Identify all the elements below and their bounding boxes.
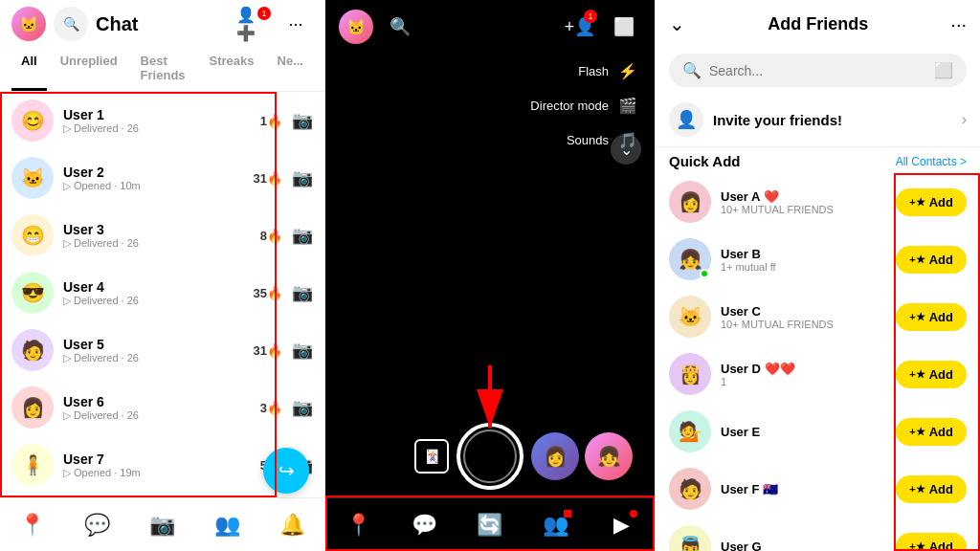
cam-nav-friends-icon[interactable]: 👥 [537,506,575,544]
cam-nav-play-icon[interactable]: ▶ [603,506,641,544]
add-friend-button[interactable]: Add [896,246,967,274]
search-input[interactable] [709,63,926,78]
chat-status: ▷ Delivered · 26 [63,295,244,307]
chat-panel: 🐱 🔍 Chat 👤➕ 1 ··· All Unreplied Best Fri… [0,0,325,551]
friend-sub: 1 [721,376,886,387]
add-friend-button[interactable]: Add [896,303,967,331]
add-friend-button[interactable]: Add [896,188,967,216]
add-friend-button[interactable]: Add [896,533,967,552]
chat-title: Chat [96,13,229,35]
flash-icon[interactable]: ⚡ [614,57,641,84]
friends-search-bar[interactable]: 🔍 ⬜ [669,54,967,87]
friend-sub: 10+ MUTUAL FRIENDS [721,204,886,215]
friends-panel: ⌄ Add Friends ··· 🔍 ⬜ 👤 Invite your frie… [655,0,980,551]
add-friend-button[interactable]: Add [896,475,967,503]
friend-name: User D ❤️❤️ [721,362,886,376]
cam-nav-rotate-icon[interactable]: 🔄 [471,506,509,544]
cam-friend-thumb-1[interactable]: 👩 [531,432,579,480]
nav-notifications-icon[interactable]: 🔔 [273,506,311,544]
invite-icon: 👤 [669,102,703,137]
friend-name: User B [721,247,886,261]
avatar: 🧍 [11,444,54,486]
friend-sub: 1+ mutual ff [721,261,886,273]
cam-nav-chat-icon[interactable]: 💬 [405,506,443,544]
chat-name: User 5 [63,337,244,352]
list-item[interactable]: 😎 User 4 ▷ Delivered · 26 35🔥 📷 [0,264,324,321]
search-button[interactable]: 🔍 [54,7,88,41]
avatar: 🐱 [669,296,711,338]
list-item[interactable]: 🧑 User 5 ▷ Delivered · 26 31🔥 📷 [0,321,324,379]
friend-info: User G [721,540,886,552]
list-item: 👸 User D ❤️❤️ 1 Add [656,345,980,403]
chat-name: User 1 [63,107,251,122]
list-item[interactable]: 😁 User 3 ▷ Delivered · 26 8🔥 📷 [0,207,324,264]
list-item[interactable]: 👩 User 6 ▷ Delivered · 26 3🔥 📷 [0,379,324,436]
add-friend-button[interactable]: 👤➕ 1 [236,7,271,41]
chat-bottom-nav: 📍 💬 📷 👥 🔔 [0,497,324,551]
camera-icon[interactable]: 📷 [292,225,313,246]
camera-top-bar: 🐱 🔍 +👤 1 ⬜ [325,0,655,54]
avatar: 👩 [669,181,711,223]
chat-header: 🐱 🔍 Chat 👤➕ 1 ··· [0,0,324,48]
avatar: 💁 [669,410,711,452]
tab-streaks[interactable]: Streaks [200,48,264,91]
tab-all[interactable]: All [11,48,47,91]
chat-status: ▷ Delivered · 26 [63,122,251,135]
list-item[interactable]: 😊 User 1 ▷ Delivered · 26 1🔥 📷 [0,92,324,149]
chat-name: User 4 [63,279,244,295]
camera-icon[interactable]: 📷 [292,282,313,303]
avatar: 👩 [11,386,54,429]
tab-best-friends[interactable]: Best Friends [131,48,196,91]
chat-name: User 7 [63,452,251,467]
chat-info: User 4 ▷ Delivered · 26 [63,279,244,307]
user-avatar[interactable]: 🐱 [11,7,46,41]
more-button[interactable]: ··· [278,7,313,41]
chat-name: User 3 [63,222,251,237]
camera-icon[interactable]: 📷 [292,167,313,188]
cam-nav-map-icon[interactable]: 📍 [339,506,377,544]
nav-chat-icon[interactable]: 💬 [78,506,117,544]
camera-icon[interactable]: 📷 [292,397,313,418]
chat-status: ▷ Opened · 19m [63,467,251,479]
friend-info: User D ❤️❤️ 1 [721,362,886,387]
friends-more-button[interactable]: ··· [950,13,967,35]
camera-icon[interactable]: 📷 [292,110,313,131]
list-item[interactable]: 🧔 User 8 ▷ Delivered · 26 26🔥 📷 [0,494,324,497]
add-friend-button[interactable]: Add [896,418,967,446]
chat-info: User 7 ▷ Opened · 19m [63,452,251,479]
send-fab-button[interactable]: ↪ [263,448,309,494]
friends-title: Add Friends [693,14,943,34]
cam-rotate-button[interactable]: ⬜ [607,10,641,44]
list-item: 👧 User B 1+ mutual ff Add [656,231,980,288]
streak-count: 1🔥 [260,114,282,128]
director-icon[interactable]: 🎬 [614,92,641,119]
friend-info: User A ❤️ 10+ MUTUAL FRIENDS [721,189,886,215]
cam-friend-thumb-2[interactable]: 👧 [585,432,633,480]
cam-add-friend-button[interactable]: +👤 1 [563,10,597,44]
avatar: 👼 [669,525,711,551]
camera-icon[interactable]: 📷 [292,340,313,361]
friend-info: User F 🇦🇺 [721,482,886,496]
back-chevron-icon[interactable]: ⌄ [669,12,685,35]
invite-friends-row[interactable]: 👤 Invite your friends! › [656,93,980,147]
friend-name: User A ❤️ [721,189,886,204]
friend-sub: 10+ MUTUAL FRIENDS [721,319,886,330]
nav-camera-icon[interactable]: 📷 [143,506,181,544]
cam-user-avatar[interactable]: 🐱 [339,10,373,44]
tab-ne[interactable]: Ne... [268,48,313,91]
qr-icon: ⬜ [934,61,953,79]
cam-memory-button[interactable]: 🃏 [414,439,449,474]
cam-search-button[interactable]: 🔍 [383,10,417,44]
chat-name: User 6 [63,394,251,409]
cam-expand-button[interactable]: ⌄ [611,134,641,165]
search-icon: 🔍 [682,61,702,79]
add-friend-button[interactable]: Add [896,361,967,388]
avatar: 😎 [11,272,54,314]
nav-friends-icon[interactable]: 👥 [208,506,246,544]
list-item[interactable]: 🐱 User 2 ▷ Opened · 10m 31🔥 📷 [0,149,324,207]
chat-list: 😊 User 1 ▷ Delivered · 26 1🔥 📷 🐱 User 2 … [0,92,324,497]
all-contacts-link[interactable]: All Contacts > [896,155,967,168]
nav-map-icon[interactable]: 📍 [13,506,52,544]
tab-unreplied[interactable]: Unreplied [51,48,127,91]
avatar: 👸 [669,353,711,395]
